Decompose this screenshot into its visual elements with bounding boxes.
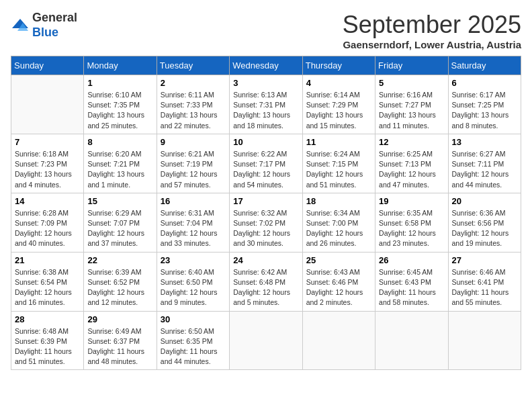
day-info: Sunrise: 6:25 AMSunset: 7:13 PMDaylight:… — [379, 149, 444, 190]
calendar-cell — [448, 311, 521, 370]
day-number: 12 — [379, 137, 444, 147]
day-number: 16 — [161, 196, 226, 206]
calendar-week-row: 28Sunrise: 6:48 AMSunset: 6:39 PMDayligh… — [11, 311, 521, 370]
calendar-cell — [302, 311, 375, 370]
day-number: 24 — [233, 255, 298, 265]
calendar-cell: 15Sunrise: 6:29 AMSunset: 7:07 PMDayligh… — [84, 193, 157, 252]
day-number: 26 — [379, 255, 444, 265]
weekday-header: Wednesday — [230, 56, 302, 75]
calendar-cell: 17Sunrise: 6:32 AMSunset: 7:02 PMDayligh… — [230, 193, 302, 252]
day-info: Sunrise: 6:21 AMSunset: 7:19 PMDaylight:… — [161, 149, 226, 190]
day-info: Sunrise: 6:14 AMSunset: 7:29 PMDaylight:… — [306, 90, 371, 131]
day-info: Sunrise: 6:28 AMSunset: 7:09 PMDaylight:… — [15, 208, 80, 249]
day-info: Sunrise: 6:18 AMSunset: 7:23 PMDaylight:… — [15, 149, 80, 190]
svg-marker-0 — [12, 19, 28, 28]
day-number: 23 — [161, 255, 226, 265]
day-info: Sunrise: 6:45 AMSunset: 6:43 PMDaylight:… — [379, 267, 444, 308]
weekday-header: Friday — [375, 56, 448, 75]
calendar-cell: 5Sunrise: 6:16 AMSunset: 7:27 PMDaylight… — [375, 75, 448, 134]
day-info: Sunrise: 6:20 AMSunset: 7:21 PMDaylight:… — [87, 149, 152, 190]
weekday-header-row: SundayMondayTuesdayWednesdayThursdayFrid… — [11, 56, 521, 75]
day-info: Sunrise: 6:48 AMSunset: 6:39 PMDaylight:… — [15, 326, 80, 367]
logo-icon — [11, 16, 30, 35]
month-title: September 2025 — [343, 11, 521, 39]
calendar-cell: 6Sunrise: 6:17 AMSunset: 7:25 PMDaylight… — [448, 75, 521, 134]
day-info: Sunrise: 6:13 AMSunset: 7:31 PMDaylight:… — [233, 90, 298, 131]
day-info: Sunrise: 6:49 AMSunset: 6:37 PMDaylight:… — [87, 326, 152, 367]
calendar-cell: 14Sunrise: 6:28 AMSunset: 7:09 PMDayligh… — [11, 193, 84, 252]
logo-blue: Blue — [32, 26, 58, 39]
logo-general: General — [32, 11, 77, 24]
day-number: 7 — [15, 137, 80, 147]
day-number: 13 — [452, 137, 517, 147]
calendar-cell: 12Sunrise: 6:25 AMSunset: 7:13 PMDayligh… — [375, 134, 448, 193]
calendar-cell: 18Sunrise: 6:34 AMSunset: 7:00 PMDayligh… — [302, 193, 375, 252]
calendar-cell: 28Sunrise: 6:48 AMSunset: 6:39 PMDayligh… — [11, 311, 84, 370]
day-number: 1 — [87, 78, 152, 88]
calendar-cell: 21Sunrise: 6:38 AMSunset: 6:54 PMDayligh… — [11, 252, 84, 311]
calendar-week-row: 21Sunrise: 6:38 AMSunset: 6:54 PMDayligh… — [11, 252, 521, 311]
calendar-cell: 29Sunrise: 6:49 AMSunset: 6:37 PMDayligh… — [84, 311, 157, 370]
day-info: Sunrise: 6:27 AMSunset: 7:11 PMDaylight:… — [452, 149, 517, 190]
day-info: Sunrise: 6:31 AMSunset: 7:04 PMDaylight:… — [161, 208, 226, 249]
day-info: Sunrise: 6:39 AMSunset: 6:52 PMDaylight:… — [87, 267, 152, 308]
page-header: General Blue September 2025 Gaenserndorf… — [11, 11, 521, 50]
day-number: 29 — [87, 314, 152, 324]
calendar-cell: 30Sunrise: 6:50 AMSunset: 6:35 PMDayligh… — [157, 311, 229, 370]
calendar-cell: 2Sunrise: 6:11 AMSunset: 7:33 PMDaylight… — [157, 75, 229, 134]
day-info: Sunrise: 6:36 AMSunset: 6:56 PMDaylight:… — [452, 208, 517, 249]
calendar-cell — [11, 75, 84, 134]
logo: General Blue — [11, 11, 77, 40]
weekday-header: Monday — [84, 56, 157, 75]
calendar-table: SundayMondayTuesdayWednesdayThursdayFrid… — [11, 56, 521, 370]
day-number: 17 — [233, 196, 298, 206]
day-info: Sunrise: 6:29 AMSunset: 7:07 PMDaylight:… — [87, 208, 152, 249]
calendar-cell: 23Sunrise: 6:40 AMSunset: 6:50 PMDayligh… — [157, 252, 229, 311]
calendar-cell: 24Sunrise: 6:42 AMSunset: 6:48 PMDayligh… — [230, 252, 302, 311]
day-number: 10 — [233, 137, 298, 147]
day-info: Sunrise: 6:24 AMSunset: 7:15 PMDaylight:… — [306, 149, 371, 190]
day-info: Sunrise: 6:10 AMSunset: 7:35 PMDaylight:… — [87, 90, 152, 131]
calendar-week-row: 7Sunrise: 6:18 AMSunset: 7:23 PMDaylight… — [11, 134, 521, 193]
day-number: 19 — [379, 196, 444, 206]
calendar-cell: 8Sunrise: 6:20 AMSunset: 7:21 PMDaylight… — [84, 134, 157, 193]
calendar-cell: 11Sunrise: 6:24 AMSunset: 7:15 PMDayligh… — [302, 134, 375, 193]
day-info: Sunrise: 6:43 AMSunset: 6:46 PMDaylight:… — [306, 267, 371, 308]
day-info: Sunrise: 6:34 AMSunset: 7:00 PMDaylight:… — [306, 208, 371, 249]
day-number: 6 — [452, 78, 517, 88]
calendar-cell: 19Sunrise: 6:35 AMSunset: 6:58 PMDayligh… — [375, 193, 448, 252]
day-info: Sunrise: 6:38 AMSunset: 6:54 PMDaylight:… — [15, 267, 80, 308]
day-info: Sunrise: 6:11 AMSunset: 7:33 PMDaylight:… — [161, 90, 226, 131]
day-number: 14 — [15, 196, 80, 206]
day-number: 9 — [161, 137, 226, 147]
day-number: 22 — [87, 255, 152, 265]
day-info: Sunrise: 6:22 AMSunset: 7:17 PMDaylight:… — [233, 149, 298, 190]
calendar-cell: 20Sunrise: 6:36 AMSunset: 6:56 PMDayligh… — [448, 193, 521, 252]
day-number: 27 — [452, 255, 517, 265]
day-number: 18 — [306, 196, 371, 206]
day-number: 30 — [161, 314, 226, 324]
day-number: 5 — [379, 78, 444, 88]
day-number: 15 — [87, 196, 152, 206]
calendar-cell — [230, 311, 302, 370]
calendar-cell: 4Sunrise: 6:14 AMSunset: 7:29 PMDaylight… — [302, 75, 375, 134]
calendar-cell — [375, 311, 448, 370]
day-info: Sunrise: 6:35 AMSunset: 6:58 PMDaylight:… — [379, 208, 444, 249]
calendar-cell: 3Sunrise: 6:13 AMSunset: 7:31 PMDaylight… — [230, 75, 302, 134]
day-number: 25 — [306, 255, 371, 265]
weekday-header: Thursday — [302, 56, 375, 75]
day-number: 4 — [306, 78, 371, 88]
calendar-cell: 9Sunrise: 6:21 AMSunset: 7:19 PMDaylight… — [157, 134, 229, 193]
calendar-cell: 22Sunrise: 6:39 AMSunset: 6:52 PMDayligh… — [84, 252, 157, 311]
day-info: Sunrise: 6:32 AMSunset: 7:02 PMDaylight:… — [233, 208, 298, 249]
calendar-cell: 7Sunrise: 6:18 AMSunset: 7:23 PMDaylight… — [11, 134, 84, 193]
day-info: Sunrise: 6:46 AMSunset: 6:41 PMDaylight:… — [452, 267, 517, 308]
calendar-cell: 10Sunrise: 6:22 AMSunset: 7:17 PMDayligh… — [230, 134, 302, 193]
weekday-header: Tuesday — [157, 56, 229, 75]
day-number: 8 — [87, 137, 152, 147]
calendar-week-row: 14Sunrise: 6:28 AMSunset: 7:09 PMDayligh… — [11, 193, 521, 252]
day-number: 20 — [452, 196, 517, 206]
day-number: 3 — [233, 78, 298, 88]
calendar-cell: 13Sunrise: 6:27 AMSunset: 7:11 PMDayligh… — [448, 134, 521, 193]
day-info: Sunrise: 6:42 AMSunset: 6:48 PMDaylight:… — [233, 267, 298, 308]
